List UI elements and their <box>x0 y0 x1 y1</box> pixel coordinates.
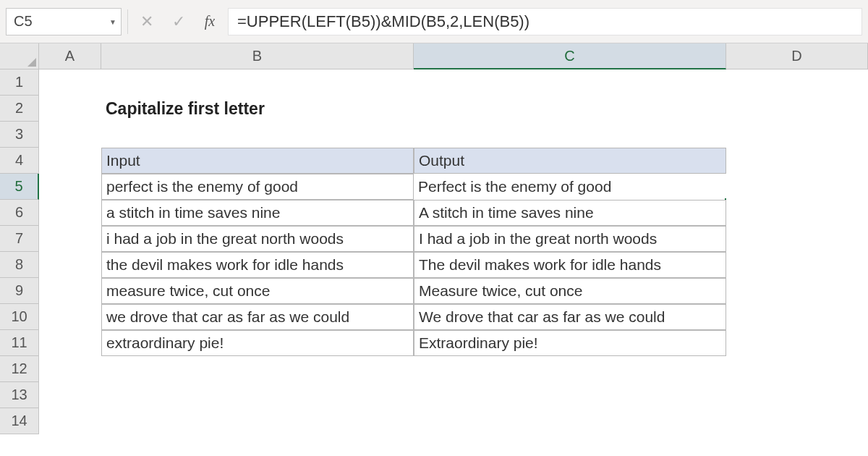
cell-C2[interactable] <box>414 96 726 122</box>
col-head-B[interactable]: B <box>101 43 414 69</box>
row-head-13[interactable]: 13 <box>0 382 39 408</box>
col-head-A[interactable]: A <box>39 43 101 69</box>
cell-B3[interactable] <box>101 122 414 148</box>
row-head-1[interactable]: 1 <box>0 69 39 96</box>
row-head-3[interactable]: 3 <box>0 122 39 148</box>
cell-B14[interactable] <box>101 408 414 434</box>
row-head-10[interactable]: 10 <box>0 304 39 330</box>
cell-C10[interactable]: We drove that car as far as we could <box>414 304 726 330</box>
cell-A3[interactable] <box>39 122 101 148</box>
cell-B12[interactable] <box>101 356 414 382</box>
chevron-down-icon[interactable]: ▼ <box>109 17 116 25</box>
cell-C12[interactable] <box>414 356 726 382</box>
cell-A2[interactable] <box>39 96 101 122</box>
formula-input[interactable]: =UPPER(LEFT(B5))&MID(B5,2,LEN(B5)) <box>228 8 862 35</box>
enter-button[interactable]: ✓ <box>166 8 192 35</box>
row-head-12[interactable]: 12 <box>0 356 39 382</box>
cell-A11[interactable] <box>39 330 101 356</box>
cancel-button[interactable]: ✕ <box>134 8 160 35</box>
cell-A1[interactable] <box>39 69 101 96</box>
cell-C11[interactable]: Extraordinary pie! <box>414 330 726 356</box>
x-icon: ✕ <box>140 12 153 31</box>
name-box[interactable]: C5 ▼ <box>6 8 122 35</box>
cell-B1[interactable] <box>101 69 414 96</box>
cell-B7[interactable]: i had a job in the great north woods <box>101 226 414 252</box>
table-header-input[interactable]: Input <box>101 148 414 174</box>
cell-C6[interactable]: A stitch in time saves nine <box>414 200 726 226</box>
cell-D10[interactable] <box>726 304 868 330</box>
cell-D6[interactable] <box>726 200 868 226</box>
excel-window: C5 ▼ ✕ ✓ fx =UPPER(LEFT(B5))&MID(B5,2,LE… <box>0 0 868 456</box>
cell-A10[interactable] <box>39 304 101 330</box>
row-head-2[interactable]: 2 <box>0 96 39 122</box>
row-head-4[interactable]: 4 <box>0 148 39 174</box>
row-head-6[interactable]: 6 <box>0 200 39 226</box>
cell-C8[interactable]: The devil makes work for idle hands <box>414 252 726 278</box>
cell-B8[interactable]: the devil makes work for idle hands <box>101 252 414 278</box>
select-all-corner[interactable] <box>0 43 39 69</box>
cell-A12[interactable] <box>39 356 101 382</box>
cell-A13[interactable] <box>39 382 101 408</box>
check-icon: ✓ <box>172 12 185 31</box>
cell-D8[interactable] <box>726 252 868 278</box>
page-title[interactable]: Capitalize first letter <box>101 96 414 122</box>
cell-D9[interactable] <box>726 278 868 304</box>
cell-B5[interactable]: perfect is the enemy of good <box>101 174 414 200</box>
cell-B10[interactable]: we drove that car as far as we could <box>101 304 414 330</box>
fx-icon[interactable]: fx <box>197 13 222 30</box>
cell-B9[interactable]: measure twice, cut once <box>101 278 414 304</box>
cell-C9[interactable]: Measure twice, cut once <box>414 278 726 304</box>
cell-C14[interactable] <box>414 408 726 434</box>
cell-B11[interactable]: extraordinary pie! <box>101 330 414 356</box>
fill-handle[interactable] <box>724 198 726 200</box>
name-box-value: C5 <box>14 13 33 30</box>
sheet-grid[interactable]: A B C D 1 2 Capitalize first letter 3 4 … <box>0 43 868 456</box>
cell-A5[interactable] <box>39 174 101 200</box>
formula-bar: C5 ▼ ✕ ✓ fx =UPPER(LEFT(B5))&MID(B5,2,LE… <box>0 0 868 43</box>
cell-D1[interactable] <box>726 69 868 96</box>
cell-D14[interactable] <box>726 408 868 434</box>
row-head-9[interactable]: 9 <box>0 278 39 304</box>
cell-C3[interactable] <box>414 122 726 148</box>
cell-A6[interactable] <box>39 200 101 226</box>
col-head-D[interactable]: D <box>726 43 868 69</box>
cell-A8[interactable] <box>39 252 101 278</box>
cell-C13[interactable] <box>414 382 726 408</box>
cell-D4[interactable] <box>726 148 868 174</box>
cell-C5-value: Perfect is the enemy of good <box>418 178 611 195</box>
cell-B6[interactable]: a stitch in time saves nine <box>101 200 414 226</box>
cell-C5[interactable]: Perfect is the enemy of good <box>414 174 726 200</box>
cell-D5[interactable] <box>726 174 868 200</box>
cell-D12[interactable] <box>726 356 868 382</box>
cell-C1[interactable] <box>414 69 726 96</box>
col-head-C[interactable]: C <box>414 43 726 69</box>
cell-D13[interactable] <box>726 382 868 408</box>
table-header-output[interactable]: Output <box>414 148 726 174</box>
cell-B13[interactable] <box>101 382 414 408</box>
cell-A14[interactable] <box>39 408 101 434</box>
cell-D2[interactable] <box>726 96 868 122</box>
row-head-8[interactable]: 8 <box>0 252 39 278</box>
row-head-7[interactable]: 7 <box>0 226 39 252</box>
cell-D7[interactable] <box>726 226 868 252</box>
divider <box>127 9 128 34</box>
cell-C7[interactable]: I had a job in the great north woods <box>414 226 726 252</box>
row-head-11[interactable]: 11 <box>0 330 39 356</box>
formula-text: =UPPER(LEFT(B5))&MID(B5,2,LEN(B5)) <box>237 12 529 31</box>
cell-A9[interactable] <box>39 278 101 304</box>
cell-D11[interactable] <box>726 330 868 356</box>
row-head-5[interactable]: 5 <box>0 174 39 200</box>
row-head-14[interactable]: 14 <box>0 408 39 434</box>
cell-D3[interactable] <box>726 122 868 148</box>
cell-A7[interactable] <box>39 226 101 252</box>
cell-A4[interactable] <box>39 148 101 174</box>
